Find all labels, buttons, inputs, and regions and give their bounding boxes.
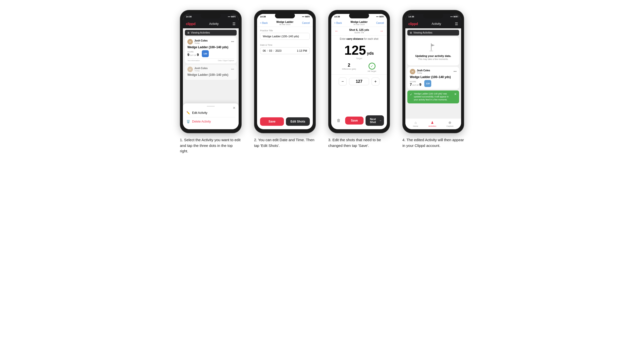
signal-icon-2: ▪▪▪ bbox=[302, 15, 304, 18]
nav-bar-2: < Back Wedge Ladder 06 Mar 2023 Cancel bbox=[257, 19, 313, 27]
status-time-4: 14:38 bbox=[408, 15, 414, 18]
score-label-1: Score bbox=[188, 51, 199, 53]
phones-row: 14:38 ▪▪▪ WiFi clippd Activity ☰ ⊞ Viewi… bbox=[177, 10, 467, 154]
stat-score-4: Score 7 OUT OF 9 bbox=[410, 81, 421, 86]
sheet-edit-item[interactable]: ✏️ Edit Activity bbox=[186, 109, 235, 117]
next-shot-label: Next Shot bbox=[368, 118, 378, 124]
activity-card-1: JC Josh Coles Today ••• Wedge Ladder (10… bbox=[185, 37, 237, 63]
card-stats-1: Score 9 OUT OF 9 130 bbox=[188, 50, 234, 57]
save-btn-3[interactable]: Save bbox=[345, 117, 364, 125]
card-header-4: JC Josh Coles Today ••• bbox=[410, 69, 456, 74]
signal-icon: ▪▪▪ bbox=[228, 15, 230, 18]
bottom-sheet-1: ✕ ✏️ Edit Activity 🗑️ Delete Activity bbox=[183, 103, 239, 129]
increment-btn[interactable]: + bbox=[372, 78, 380, 86]
signal-icon-4: ▪▪▪ bbox=[450, 15, 453, 18]
card-user-2: JC Josh Coles Today bbox=[188, 67, 208, 72]
back-btn-2[interactable]: < Back bbox=[260, 22, 268, 24]
caption-3: 3. Edit the shots that need to be change… bbox=[328, 137, 390, 148]
activity-card-2: JC Josh Coles Today ••• Wedge Ladder (10… bbox=[185, 65, 237, 80]
viewing-label-4: Viewing Activities bbox=[413, 31, 432, 34]
svg-marker-1 bbox=[431, 44, 435, 46]
date-time-row[interactable]: 06 / 03 / 2023 1:13 PM bbox=[260, 47, 310, 54]
quality-badge-1: 130 bbox=[202, 50, 209, 57]
input-row-3: − + bbox=[331, 75, 387, 88]
score-of-4: OUT OF bbox=[412, 84, 419, 86]
phone-2-notch bbox=[275, 13, 295, 18]
date-time-section: Date & Time 06 / 03 / 2023 1:13 PM bbox=[257, 41, 313, 56]
shot-num-text: Shot 6, 125 yds bbox=[349, 28, 369, 31]
card-user-1: JC Josh Coles Today bbox=[188, 39, 208, 44]
phone-3: 14:39 ▪▪▪ WiFi < Back Wedge Ladder 06 Ma… bbox=[328, 10, 390, 133]
edit-shots-btn[interactable]: Edit Shots bbox=[286, 117, 310, 126]
nav-subtitle-3: 06 Mar 2023 bbox=[350, 23, 368, 26]
date-month: 03 bbox=[269, 49, 272, 52]
filter-icon-1: ⊞ bbox=[188, 31, 189, 34]
phone-1: 14:38 ▪▪▪ WiFi clippd Activity ☰ ⊞ Viewi… bbox=[180, 10, 242, 133]
user-info-4: Josh Coles Today bbox=[417, 69, 430, 74]
decrement-btn[interactable]: − bbox=[339, 78, 347, 86]
signal-icon-3: ▪▪▪ bbox=[376, 15, 379, 18]
avatar-1: JC bbox=[188, 39, 193, 44]
success-toast: ✓ 'Wedge Ladder (100–140 yds)' was updat… bbox=[407, 90, 459, 103]
arrow-right-icon[interactable]: → bbox=[380, 29, 384, 33]
wifi-icon: WiFi bbox=[231, 15, 236, 18]
edit-icon: ✏️ bbox=[186, 111, 190, 115]
nav-title-2: Wedge Ladder bbox=[276, 21, 294, 23]
tab-activities[interactable]: ♟ Activities bbox=[428, 121, 436, 127]
stats-row-3: 2 Difference (yds) ✓ Hit Target bbox=[331, 61, 387, 75]
tab-home[interactable]: ⌂ Home bbox=[413, 121, 418, 127]
status-icons-2: ▪▪▪ WiFi bbox=[302, 15, 310, 18]
arrow-left-icon[interactable]: ← bbox=[335, 29, 339, 33]
activity-card-4: JC Josh Coles Today ••• Wedge Ladder (10… bbox=[407, 67, 459, 89]
next-shot-btn[interactable]: Next Shot → bbox=[366, 115, 384, 126]
check-icon: ✓ bbox=[410, 93, 412, 96]
shot-info: Shot 6, 125 yds Score 7/9 bbox=[349, 28, 369, 34]
hit-target-label: Hit Target bbox=[368, 70, 376, 72]
distance-display: 125yds Target bbox=[331, 41, 387, 61]
save-btn-2[interactable]: Save bbox=[260, 117, 284, 126]
distance-unit: yds bbox=[367, 51, 374, 55]
phone-2-col: 14:38 ▪▪▪ WiFi < Back Wedge Ladder 06 Ma… bbox=[251, 10, 318, 148]
diff-label: Difference (yds) bbox=[342, 68, 356, 70]
practice-title-input[interactable] bbox=[260, 33, 310, 40]
three-dots-4[interactable]: ••• bbox=[454, 70, 456, 73]
delete-shot-btn[interactable]: 🗑 bbox=[334, 116, 343, 125]
sheet-handle-row bbox=[186, 106, 235, 107]
cancel-btn-3[interactable]: Cancel bbox=[376, 22, 384, 24]
menu-icon-4[interactable]: ☰ bbox=[455, 22, 458, 26]
hit-target-stat: ✓ Hit Target bbox=[368, 63, 376, 72]
viewing-bar-1: ⊞ Viewing Activities bbox=[185, 30, 237, 35]
date-day: 06 bbox=[263, 49, 266, 52]
nav-bar-3: < Back Wedge Ladder 06 Mar 2023 Cancel bbox=[331, 19, 387, 27]
three-dots-2[interactable]: ••• bbox=[231, 68, 234, 71]
nav-title-3: Wedge Ladder bbox=[350, 21, 368, 23]
caption-2: 2. You can edit Date and Time. Then tap … bbox=[254, 137, 316, 148]
sheet-delete-item[interactable]: 🗑️ Delete Activity bbox=[186, 117, 235, 126]
toast-message: 'Wedge Ladder (100–140 yds)' was updated… bbox=[414, 92, 453, 101]
activities-icon: ♟ bbox=[431, 121, 434, 125]
tab-capture[interactable]: ⊕ Capture bbox=[446, 121, 454, 127]
sheet-close-btn[interactable]: ✕ bbox=[233, 106, 236, 110]
capture-label: Capture bbox=[446, 125, 454, 127]
three-dots-1[interactable]: ••• bbox=[231, 40, 234, 43]
menu-icon-1[interactable]: ☰ bbox=[232, 22, 236, 26]
practice-title-label: Practice Title bbox=[260, 29, 310, 32]
back-btn-3[interactable]: < Back bbox=[334, 22, 342, 24]
user-info-2: Josh Coles Today bbox=[194, 67, 208, 72]
app-title-1: Activity bbox=[209, 22, 219, 26]
shot-btn-row: 🗑 Save Next Shot → bbox=[334, 115, 384, 126]
status-time-2: 14:38 bbox=[260, 15, 266, 18]
caption-4: 4. The edited Activity will then appear … bbox=[402, 137, 464, 148]
distance-input[interactable] bbox=[349, 78, 369, 85]
score-text: Score 7/9 bbox=[349, 31, 369, 34]
toast-close-icon[interactable]: ✕ bbox=[454, 92, 456, 96]
score-label-4: Score bbox=[410, 81, 421, 83]
hit-target-circle: ✓ bbox=[368, 63, 376, 70]
user-name-1: Josh Coles bbox=[194, 39, 208, 42]
btn-row-2: Save Edit Shots bbox=[260, 117, 310, 126]
phone-3-col: 14:39 ▪▪▪ WiFi < Back Wedge Ladder 06 Ma… bbox=[326, 10, 393, 148]
card-title-1: Wedge Ladder (100–140 yds) bbox=[188, 45, 234, 49]
user-info-1: Josh Coles Today bbox=[194, 39, 208, 44]
user-date-1: Today bbox=[194, 42, 208, 44]
cancel-btn-2[interactable]: Cancel bbox=[302, 22, 310, 24]
